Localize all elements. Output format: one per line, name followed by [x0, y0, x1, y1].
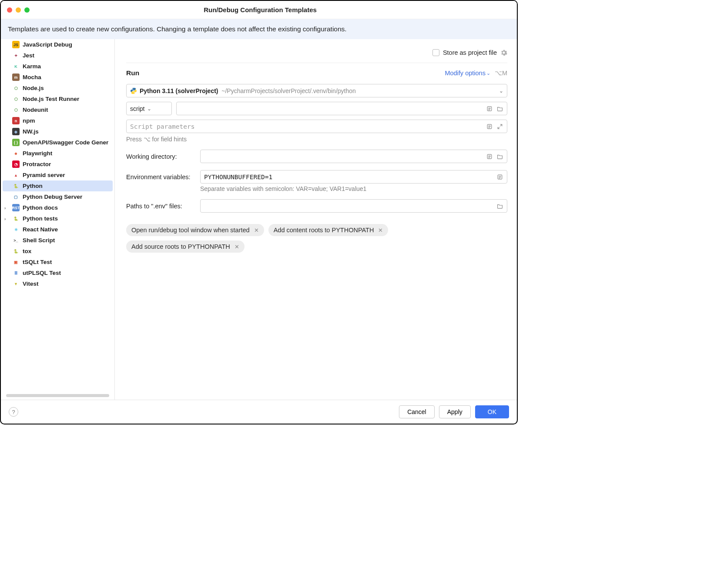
sidebar-item-python[interactable]: 🐍Python: [3, 180, 113, 191]
sidebar-item-label: Mocha: [23, 74, 41, 80]
sidebar-item-pydebug[interactable]: ▢Python Debug Server: [3, 191, 113, 202]
jest-icon: ✦: [12, 52, 20, 59]
chevron-down-icon: ⌄: [147, 106, 151, 112]
js-icon: JS: [12, 41, 20, 48]
sidebar-item-npm[interactable]: nnpm: [3, 115, 113, 126]
sidebar-item-shell[interactable]: >_Shell Script: [3, 235, 113, 246]
modify-options-group: Modify options ⌄ ⌥M: [445, 70, 507, 77]
react-icon: ⚛: [12, 226, 20, 233]
modify-options-shortcut: ⌥M: [495, 70, 507, 77]
script-parameters-input[interactable]: Script parameters: [126, 120, 507, 133]
sidebar-item-node[interactable]: ⬡Node.js: [3, 83, 113, 94]
sidebar-item-label: OpenAPI/Swagger Code Gener: [23, 139, 108, 146]
store-as-project-file-checkbox[interactable]: [432, 49, 439, 56]
tox-icon: 🐍: [12, 247, 20, 255]
cancel-button[interactable]: Cancel: [399, 405, 435, 418]
sidebar-item-nodeunit[interactable]: ⬡Nodeunit: [3, 104, 113, 115]
traffic-lights: [7, 7, 30, 13]
window: Run/Debug Configuration Templates Templa…: [0, 0, 518, 424]
sidebar-item-mocha[interactable]: mMocha: [3, 72, 113, 83]
minimize-window-icon[interactable]: [16, 7, 21, 13]
option-chip[interactable]: Open run/debug tool window when started✕: [126, 224, 264, 236]
run-section-header: Run Modify options ⌄ ⌥M: [126, 69, 507, 77]
browse-folder-icon[interactable]: [496, 105, 503, 112]
option-chip[interactable]: Add content roots to PYTHONPATH✕: [268, 224, 389, 236]
sidebar-item-karma[interactable]: KKarma: [3, 61, 113, 72]
remove-chip-icon[interactable]: ✕: [254, 227, 259, 234]
sidebar-item-label: tSQLt Test: [23, 259, 52, 265]
close-window-icon[interactable]: [7, 7, 12, 13]
body: JSJavaScript Debug✦JestKKarmamMocha⬡Node…: [1, 39, 517, 400]
sidebar-item-label: Python Debug Server: [23, 194, 82, 200]
zoom-window-icon[interactable]: [24, 7, 30, 13]
expand-field-icon[interactable]: [486, 123, 493, 130]
modify-options-label: Modify options: [445, 70, 486, 77]
sidebar-item-label: Python tests: [23, 215, 58, 222]
chip-label: Open run/debug tool window when started: [131, 227, 250, 234]
working-directory-label: Working directory:: [126, 153, 197, 160]
env-vars-value: PYTHONUNBUFFERED=1: [204, 174, 496, 180]
chip-label: Add content roots to PYTHONPATH: [274, 227, 374, 234]
sidebar-item-js[interactable]: JSJavaScript Debug: [3, 39, 113, 50]
horizontal-scrollbar[interactable]: [6, 394, 109, 397]
option-chip[interactable]: Add source roots to PYTHONPATH✕: [126, 241, 245, 253]
sidebar-item-react[interactable]: ⚛React Native: [3, 224, 113, 235]
sidebar-item-label: Node.js Test Runner: [23, 96, 79, 102]
working-directory-input[interactable]: [200, 150, 507, 163]
interpreter-path: ~/PycharmProjects/solverProject/.venv/bi…: [221, 87, 356, 94]
karma-icon: K: [12, 63, 20, 70]
chevron-right-icon: ›: [4, 205, 6, 210]
playwright-icon: ☻: [12, 150, 20, 157]
expand-window-icon[interactable]: [496, 123, 503, 130]
node-icon: ⬡: [12, 95, 20, 103]
sidebar-item-label: NW.js: [23, 128, 39, 135]
interpreter-dropdown[interactable]: Python 3.11 (solverProject) ~/PycharmPro…: [126, 84, 507, 97]
script-parameters-placeholder: Script parameters: [130, 123, 486, 130]
script-path-input[interactable]: [176, 102, 507, 115]
sidebar-item-playwright[interactable]: ☻Playwright: [3, 148, 113, 159]
dotenv-input[interactable]: [200, 199, 507, 213]
sidebar-item-label: Karma: [23, 63, 41, 70]
sidebar-item-protractor[interactable]: ◔Protractor: [3, 159, 113, 170]
browse-folder-icon[interactable]: [496, 203, 503, 210]
nwjs-icon: ◆: [12, 128, 20, 135]
gear-icon[interactable]: [500, 49, 507, 56]
template-tree[interactable]: JSJavaScript Debug✦JestKKarmamMocha⬡Node…: [1, 39, 114, 392]
remove-chip-icon[interactable]: ✕: [235, 244, 239, 250]
sidebar-item-pydocs[interactable]: ›RSTPython docs: [3, 202, 113, 213]
browse-folder-icon[interactable]: [496, 153, 503, 160]
env-vars-input[interactable]: PYTHONUNBUFFERED=1: [200, 170, 507, 184]
sidebar-item-tsqlt[interactable]: ▣tSQLt Test: [3, 257, 113, 267]
env-vars-help: Separate variables with semicolon: VAR=v…: [200, 185, 507, 192]
sidebar-item-pytests[interactable]: ›🐍Python tests: [3, 213, 113, 224]
sidebar-item-node[interactable]: ⬡Node.js Test Runner: [3, 94, 113, 104]
sidebar-item-label: Shell Script: [23, 237, 55, 244]
utplsql-icon: ≣: [12, 269, 20, 277]
expand-field-icon[interactable]: [486, 105, 493, 112]
sidebar-item-pyramid[interactable]: ▲Pyramid server: [3, 170, 113, 180]
ok-button[interactable]: OK: [475, 405, 509, 418]
modify-options-link[interactable]: Modify options ⌄: [445, 70, 490, 77]
sidebar-item-jest[interactable]: ✦Jest: [3, 50, 113, 61]
chevron-down-icon: ⌄: [486, 70, 490, 76]
expand-field-icon[interactable]: [496, 174, 503, 180]
separator: [126, 63, 507, 63]
chip-label: Add source roots to PYTHONPATH: [131, 243, 230, 250]
sidebar-item-nwjs[interactable]: ◆NW.js: [3, 126, 113, 137]
python-icon: 🐍: [12, 182, 20, 190]
sidebar-item-utplsql[interactable]: ≣utPLSQL Test: [3, 267, 113, 278]
sidebar-item-label: Node.js: [23, 85, 44, 91]
remove-chip-icon[interactable]: ✕: [378, 227, 383, 234]
pyramid-icon: ▲: [12, 171, 20, 179]
help-icon[interactable]: ?: [9, 407, 18, 417]
target-type-dropdown[interactable]: script ⌄: [126, 102, 172, 115]
expand-field-icon[interactable]: [486, 153, 493, 160]
sidebar-item-label: tox: [23, 248, 31, 254]
apply-button[interactable]: Apply: [439, 405, 471, 418]
sidebar-item-label: Protractor: [23, 161, 51, 167]
sidebar-item-tox[interactable]: 🐍tox: [3, 246, 113, 257]
sidebar-item-swagger[interactable]: { }OpenAPI/Swagger Code Gener: [3, 137, 113, 148]
python-icon: [130, 87, 137, 94]
sidebar-item-vitest[interactable]: ▼Vitest: [3, 278, 113, 289]
mocha-icon: m: [12, 74, 20, 81]
